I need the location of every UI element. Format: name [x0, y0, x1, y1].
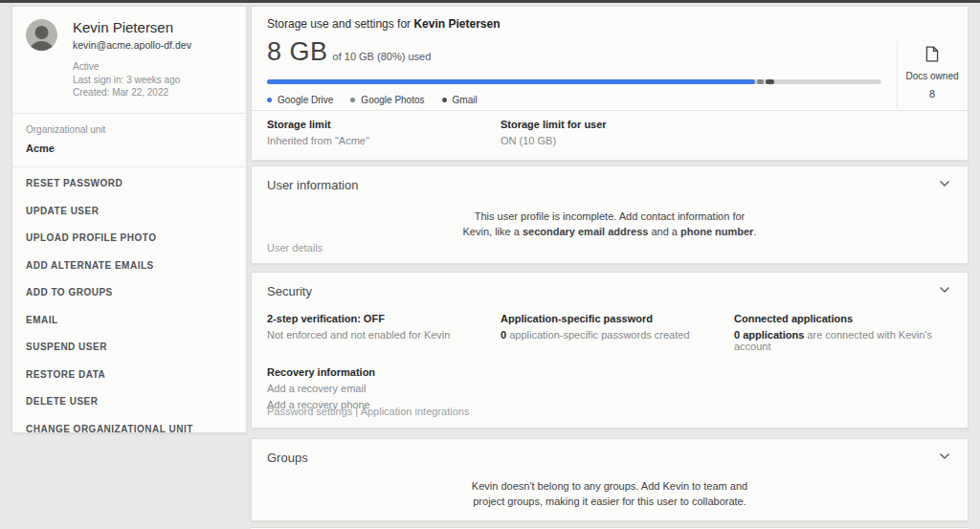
storage-used-amount: 8 GB: [267, 37, 328, 67]
org-unit-section: Organizational unit Acme: [12, 114, 246, 166]
legend-google-drive: Google Drive: [267, 95, 333, 105]
person-silhouette-icon: [26, 21, 57, 51]
groups-notice-line-2: project groups, making it easier for thi…: [252, 494, 968, 509]
security-title: Security: [252, 273, 968, 298]
storage-bar-segment-photos: [757, 79, 763, 84]
storage-bar-segment-gmail: [766, 79, 775, 84]
recovery-information-section: Recovery information Add a recovery emai…: [267, 366, 952, 410]
storage-limit-user-label: Storage limit for user: [501, 119, 607, 130]
user-name: Kevin Pietersen: [73, 19, 191, 35]
avatar: [26, 19, 57, 51]
notice-line-2: Kevin, like a secondary email address an…: [252, 224, 968, 239]
recovery-title: Recovery information: [267, 366, 952, 378]
action-restore-data[interactable]: RESTORE DATA: [12, 361, 246, 388]
storage-limit-user-field: Storage limit for user ON (10 GB): [501, 119, 607, 146]
groups-notice-line-1: Kevin doesn't belong to any groups. Add …: [252, 478, 968, 494]
storage-limit-field: Storage limit Inherited from "Acme": [267, 119, 501, 146]
profile-header: Kevin Pietersen kevin@acme.apollo-df.dev: [12, 7, 246, 51]
storage-limit-user-value: ON (10 GB): [501, 135, 607, 146]
legend-google-photos: Google Photos: [350, 95, 424, 105]
security-columns: 2-step verification: OFF Not enforced an…: [267, 313, 952, 352]
action-upload-profile-photo[interactable]: UPLOAD PROFILE PHOTO: [12, 225, 246, 253]
connected-apps-title: Connected applications: [734, 313, 952, 324]
storage-title-username: Kevin Pietersen: [413, 17, 500, 31]
app-pwd-sub: 0 application-specific passwords created: [501, 329, 734, 341]
storage-limit-value: Inherited from "Acme": [267, 135, 501, 146]
user-created: Created: Mar 22, 2022: [73, 86, 234, 99]
two-step-sub: Not enforced and not enabled for Kevin: [267, 329, 501, 341]
storage-used-detail: of 10 GB (80%) used: [333, 51, 432, 62]
user-information-card: User information This user profile is in…: [251, 165, 969, 264]
docs-owned-value: 8: [898, 88, 967, 99]
two-step-verification-field: 2-step verification: OFF Not enforced an…: [267, 313, 501, 352]
storage-bar-segment-drive: [267, 79, 755, 84]
two-step-title: 2-step verification: OFF: [267, 313, 501, 324]
user-actions-menu: RESET PASSWORD UPDATE USER UPLOAD PROFIL…: [12, 167, 246, 449]
user-meta: Active Last sign in: 3 weeks ago Created…: [12, 51, 246, 113]
notice-line2-mid: and a: [648, 226, 680, 237]
security-card: Security 2-step verification: OFF Not en…: [251, 272, 969, 429]
legend-gmail: Gmail: [442, 95, 478, 105]
legend-photos-label: Google Photos: [361, 95, 424, 105]
notice-line2-prefix: Kevin, like a: [463, 226, 523, 237]
groups-title: Groups: [252, 439, 968, 465]
photos-dot-icon: [350, 98, 355, 102]
action-suspend-user[interactable]: SUSPEND USER: [12, 334, 246, 362]
application-integrations-link[interactable]: Application integrations: [361, 406, 470, 417]
docs-owned-panel: Docs owned 8: [897, 41, 967, 108]
connected-applications-field: Connected applications 0 applications ar…: [734, 313, 952, 352]
password-settings-link[interactable]: Password settings: [267, 406, 352, 417]
footer-separator: |: [352, 406, 360, 417]
user-summary-card: Kevin Pietersen kevin@acme.apollo-df.dev…: [11, 6, 247, 433]
drive-dot-icon: [267, 98, 272, 102]
security-footer-links: Password settings | Application integrat…: [267, 406, 469, 417]
action-update-user[interactable]: UPDATE USER: [12, 197, 246, 225]
user-status: Active: [73, 60, 234, 74]
storage-limit-row: Storage limit Inherited from "Acme" Stor…: [252, 110, 968, 146]
user-details-link[interactable]: User details: [267, 242, 323, 253]
app-specific-password-field: Application-specific password 0 applicat…: [501, 313, 734, 352]
action-add-to-groups[interactable]: ADD TO GROUPS: [12, 279, 246, 307]
window-top-edge: [0, 0, 980, 3]
incomplete-profile-notice: This user profile is incomplete. Add con…: [252, 209, 968, 239]
connected-apps-sub: 0 applications are connected with Kevin'…: [734, 329, 952, 352]
legend-gmail-label: Gmail: [453, 95, 478, 105]
groups-card: Groups Kevin doesn't belong to any group…: [251, 438, 969, 521]
connected-apps-count: 0 applications: [734, 329, 804, 341]
legend-drive-label: Google Drive: [278, 95, 333, 105]
action-add-alternate-emails[interactable]: ADD ALTERNATE EMAILS: [12, 252, 246, 279]
notice-line-1: This user profile is incomplete. Add con…: [252, 209, 968, 224]
user-last-sign-in: Last sign in: 3 weeks ago: [73, 74, 234, 87]
gmail-dot-icon: [442, 98, 447, 102]
action-delete-user[interactable]: DELETE USER: [12, 388, 246, 416]
app-pwd-rest: application-specific passwords created: [506, 329, 689, 341]
notice-line2-end: .: [753, 226, 756, 237]
document-icon: [925, 46, 939, 62]
no-groups-notice: Kevin doesn't belong to any groups. Add …: [252, 478, 968, 509]
user-email: kevin@acme.apollo-df.dev: [73, 39, 191, 51]
storage-usage-bar: [267, 79, 881, 84]
chevron-down-icon[interactable]: [939, 286, 950, 294]
storage-card-title: Storage use and settings for Kevin Piete…: [252, 7, 968, 31]
action-change-org-unit[interactable]: CHANGE ORGANIZATIONAL UNIT: [12, 415, 246, 443]
storage-limit-label: Storage limit: [267, 119, 501, 130]
docs-owned-label: Docs owned: [898, 71, 967, 81]
app-pwd-title: Application-specific password: [501, 313, 734, 324]
admin-user-page: Kevin Pietersen kevin@acme.apollo-df.dev…: [0, 0, 980, 529]
storage-usage-row: 8 GB of 10 GB (80%) used: [267, 37, 952, 67]
user-information-title: User information: [252, 166, 968, 192]
storage-card: Storage use and settings for Kevin Piete…: [251, 6, 969, 161]
action-reset-password[interactable]: RESET PASSWORD: [12, 170, 246, 198]
org-unit-value: Acme: [26, 143, 234, 154]
org-unit-label: Organizational unit: [26, 124, 234, 135]
action-email[interactable]: EMAIL: [12, 306, 246, 334]
chevron-down-icon[interactable]: [939, 452, 950, 460]
add-recovery-email-link[interactable]: Add a recovery email: [267, 383, 952, 394]
notice-bold-phone-number: phone number: [680, 226, 753, 237]
chevron-down-icon[interactable]: [939, 180, 950, 187]
notice-bold-secondary-email: secondary email address: [523, 226, 648, 237]
storage-legend: Google Drive Google Photos Gmail: [267, 95, 952, 105]
storage-title-prefix: Storage use and settings for: [267, 17, 413, 31]
